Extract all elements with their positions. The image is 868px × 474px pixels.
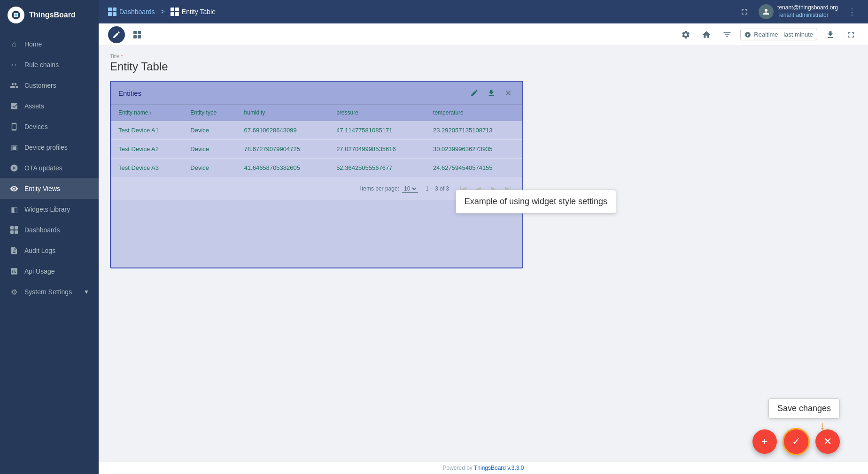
sidebar-item-label: Home xyxy=(24,40,89,48)
pagination-range: 1 – 3 of 3 xyxy=(426,185,449,192)
sidebar-item-rule-chains[interactable]: ↔ Rule chains xyxy=(0,54,99,75)
cancel-fab-btn[interactable]: ✕ xyxy=(815,429,840,454)
app-name: ThingsBoard xyxy=(29,11,76,19)
sidebar-item-label: Rule chains xyxy=(24,61,89,69)
items-per-page-label: Items per page: xyxy=(360,185,399,192)
entity-views-icon xyxy=(9,184,19,193)
add-fab-btn[interactable]: + xyxy=(752,429,777,454)
cell-pressure: 52.36425055567677 xyxy=(329,159,426,177)
svg-point-1 xyxy=(15,14,17,16)
grid-view-btn[interactable] xyxy=(129,26,146,43)
sidebar-item-entity-views[interactable]: Entity Views xyxy=(0,178,99,199)
sidebar-item-label: Dashboards xyxy=(24,226,89,234)
table-row: Test Device A3 Device 41.64658705382605 … xyxy=(111,159,522,177)
confirm-fab-btn[interactable]: ✓ xyxy=(783,428,810,455)
chevron-down-icon: ▼ xyxy=(84,289,89,295)
items-per-page: Items per page: 10 25 50 xyxy=(360,185,418,193)
cell-entity-type: Device xyxy=(183,159,236,177)
audit-logs-icon xyxy=(9,246,19,255)
realtime-button[interactable]: Realtime - last minute xyxy=(740,29,817,40)
cell-temperature: 30.023999636273935 xyxy=(426,140,522,159)
user-info[interactable]: tenant@thingsboard.org Tenant administra… xyxy=(759,4,838,19)
page-title: Entity Table xyxy=(110,60,857,73)
rule-chains-icon: ↔ xyxy=(9,60,19,69)
expand-icon[interactable] xyxy=(844,27,859,42)
fab-buttons: + ✓ ✕ xyxy=(752,428,840,455)
entity-table: Entity name Entity type humidity pressur… xyxy=(111,105,522,177)
col-temperature[interactable]: temperature xyxy=(426,105,522,121)
fullscreen-icon[interactable] xyxy=(738,5,751,18)
sidebar-item-api-usage[interactable]: Api Usage xyxy=(0,261,99,282)
footer: Powered by ThingsBoard v.3.3.0 xyxy=(99,462,868,474)
table-header-row: Entity name Entity type humidity pressur… xyxy=(111,105,522,121)
logo-icon xyxy=(8,7,24,23)
required-indicator: * xyxy=(121,54,123,59)
col-entity-name[interactable]: Entity name xyxy=(111,105,183,121)
sidebar-item-label: Assets xyxy=(24,102,89,110)
breadcrumb-dashboards[interactable]: Dashboards xyxy=(108,8,155,16)
more-options-icon[interactable]: ⋮ xyxy=(845,5,859,18)
sidebar-item-assets[interactable]: Assets xyxy=(0,96,99,116)
sidebar-item-system-settings[interactable]: ⚙ System Settings ▼ xyxy=(0,282,99,302)
sidebar-item-dashboards[interactable]: Dashboards xyxy=(0,220,99,240)
widget-card: Example of using widget style settings E… xyxy=(110,81,523,268)
widget-header-actions xyxy=(468,86,515,99)
dashboard-toolbar: Realtime - last minute xyxy=(99,23,868,46)
cell-entity-name: Test Device A2 xyxy=(111,140,183,159)
cell-entity-name: Test Device A1 xyxy=(111,121,183,140)
col-entity-type[interactable]: Entity type xyxy=(183,105,236,121)
home-icon: ⌂ xyxy=(9,39,19,49)
widget-download-btn[interactable] xyxy=(485,86,498,99)
realtime-label: Realtime - last minute xyxy=(754,31,813,38)
sidebar-item-label: Audit Logs xyxy=(24,247,89,254)
customers-icon xyxy=(9,81,19,90)
topbar-actions: tenant@thingsboard.org Tenant administra… xyxy=(738,4,859,19)
widget-header: Entities xyxy=(111,82,522,105)
device-profiles-icon: ▣ xyxy=(9,143,19,152)
sidebar-item-customers[interactable]: Customers xyxy=(0,75,99,96)
col-humidity[interactable]: humidity xyxy=(237,105,329,121)
pencil-tool-btn[interactable] xyxy=(108,26,125,43)
cell-temperature: 24.627594540574155 xyxy=(426,159,522,177)
cell-humidity: 78.67279079904725 xyxy=(237,140,329,159)
cell-entity-type: Device xyxy=(183,140,236,159)
user-avatar xyxy=(759,4,774,19)
items-per-page-select[interactable]: 10 25 50 xyxy=(402,185,418,193)
cell-humidity: 67.6910628643099 xyxy=(237,121,329,140)
col-pressure[interactable]: pressure xyxy=(329,105,426,121)
title-label: Title * xyxy=(110,54,857,59)
sidebar-item-widgets-library[interactable]: ◧ Widgets Library xyxy=(0,199,99,220)
sidebar-item-ota-updates[interactable]: OTA updates xyxy=(0,158,99,178)
cell-humidity: 41.64658705382605 xyxy=(237,159,329,177)
sidebar-item-label: Device profiles xyxy=(24,144,89,151)
sidebar-logo[interactable]: ThingsBoard xyxy=(0,0,99,30)
widget-style-tooltip: Example of using widget style settings xyxy=(456,190,616,214)
breadcrumb-current: Entity Table xyxy=(170,8,216,16)
breadcrumb-separator: > xyxy=(161,8,165,16)
settings-icon[interactable] xyxy=(678,27,693,42)
sidebar-item-device-profiles[interactable]: ▣ Device profiles xyxy=(0,137,99,158)
user-email: tenant@thingsboard.org xyxy=(777,4,838,12)
dashboard-export-icon[interactable] xyxy=(699,27,714,42)
footer-link[interactable]: ThingsBoard v.3.3.0 xyxy=(474,465,524,471)
user-text: tenant@thingsboard.org Tenant administra… xyxy=(777,4,838,19)
widgets-library-icon: ◧ xyxy=(9,205,19,214)
assets-icon xyxy=(9,101,19,111)
tooltip-arrow: ↓ xyxy=(820,419,825,432)
sidebar-item-home[interactable]: ⌂ Home xyxy=(0,34,99,54)
download-icon[interactable] xyxy=(823,27,838,42)
api-usage-icon xyxy=(9,267,19,276)
sidebar-item-audit-logs[interactable]: Audit Logs xyxy=(0,240,99,261)
filter-icon[interactable] xyxy=(720,27,735,42)
widget-close-btn[interactable] xyxy=(502,86,515,99)
user-role: Tenant administrator xyxy=(777,12,838,19)
sidebar-item-devices[interactable]: Devices xyxy=(0,116,99,137)
sidebar-item-label: Customers xyxy=(24,82,89,89)
widget-edit-btn[interactable] xyxy=(468,86,481,99)
cell-pressure: 27.027049998535616 xyxy=(329,140,426,159)
sidebar-item-label: OTA updates xyxy=(24,164,89,172)
system-settings-icon: ⚙ xyxy=(9,287,19,297)
sidebar-item-label: Entity Views xyxy=(24,185,89,192)
ota-updates-icon xyxy=(9,163,19,173)
table-row: Test Device A1 Device 67.6910628643099 4… xyxy=(111,121,522,140)
